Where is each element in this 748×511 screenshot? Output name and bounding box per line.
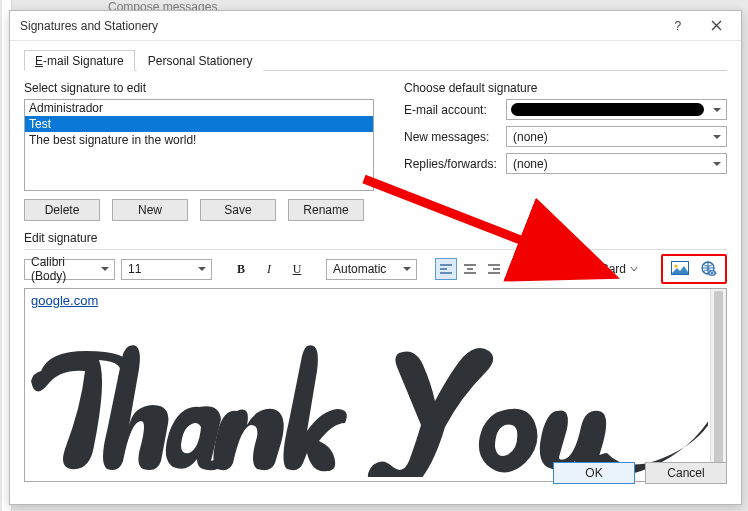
email-account-select[interactable] (506, 99, 727, 120)
help-button[interactable]: ? (659, 13, 697, 39)
delete-button[interactable]: Delete (24, 199, 100, 221)
thank-you-image (31, 311, 708, 477)
highlighted-buttons-group (661, 254, 727, 284)
save-button[interactable]: Save (200, 199, 276, 221)
redacted-account (511, 103, 704, 116)
list-item[interactable]: The best signature in the world! (25, 132, 373, 148)
cancel-button[interactable]: Cancel (645, 462, 727, 484)
titlebar: Signatures and Stationery ? (10, 11, 741, 41)
italic-button[interactable]: I (258, 258, 280, 280)
svg-text:?: ? (675, 20, 682, 32)
editor-scrollbar[interactable] (710, 289, 726, 481)
signature-list[interactable]: Administrador Test The best signature in… (24, 99, 374, 191)
signature-editor[interactable]: google.com (24, 288, 727, 482)
svg-point-2 (531, 266, 535, 270)
align-center-button[interactable] (459, 258, 481, 280)
signatures-dialog: Signatures and Stationery ? E-mail Signa… (9, 10, 742, 505)
align-left-button[interactable] (435, 258, 457, 280)
font-color-select[interactable]: Automatic (326, 259, 417, 280)
email-account-label: E-mail account: (404, 103, 506, 117)
font-select[interactable]: Calibri (Body) (24, 259, 115, 280)
insert-picture-button[interactable] (669, 258, 691, 280)
select-signature-label: Select signature to edit (24, 81, 374, 95)
rename-button[interactable]: Rename (288, 199, 364, 221)
edit-signature-label: Edit signature (24, 231, 727, 245)
choose-default-label: Choose default signature (404, 81, 727, 95)
dialog-title: Signatures and Stationery (20, 19, 659, 33)
hyperlink-icon (699, 261, 717, 277)
align-right-button[interactable] (483, 258, 505, 280)
business-card-icon (528, 262, 544, 276)
business-card-button[interactable]: Business Card (523, 258, 643, 280)
font-size-select[interactable]: 11 (121, 259, 212, 280)
replies-forwards-label: Replies/forwards: (404, 157, 506, 171)
replies-forwards-select[interactable]: (none) (506, 153, 727, 174)
editor-toolbar: Calibri (Body) 11 B I U Automatic (24, 256, 727, 282)
tab-personal-stationery[interactable]: Personal Stationery (137, 50, 264, 71)
editor-link[interactable]: google.com (31, 293, 98, 308)
insert-hyperlink-button[interactable] (697, 258, 719, 280)
list-item[interactable]: Test (25, 116, 373, 132)
bold-button[interactable]: B (230, 258, 252, 280)
svg-point-4 (674, 264, 677, 267)
ok-button[interactable]: OK (553, 462, 635, 484)
new-button[interactable]: New (112, 199, 188, 221)
tabs: E-mail Signature Personal Stationery (24, 49, 727, 71)
new-messages-select[interactable]: (none) (506, 126, 727, 147)
new-messages-label: New messages: (404, 130, 506, 144)
underline-button[interactable]: U (286, 258, 308, 280)
list-item[interactable]: Administrador (25, 100, 373, 116)
close-button[interactable] (697, 13, 735, 39)
tab-email-signature[interactable]: E-mail Signature (24, 50, 135, 71)
picture-icon (671, 261, 689, 277)
